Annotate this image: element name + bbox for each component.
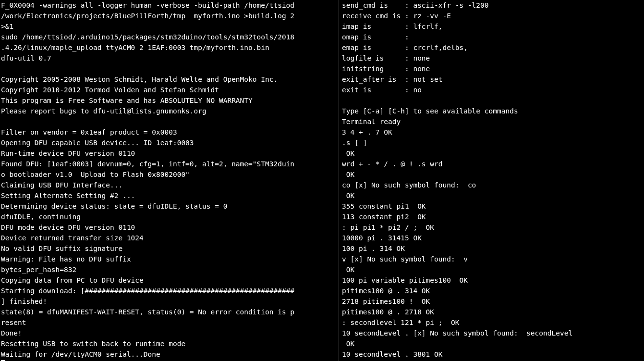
terminal-right-pane[interactable]: send_cmd is : ascii-xfr -s -l200 receive… (339, 0, 644, 361)
terminal-output-right: send_cmd is : ascii-xfr -s -l200 receive… (342, 0, 644, 360)
terminal-output-left: F_0X0004 -warnings all -logger human -ve… (1, 0, 339, 360)
terminal-left-pane[interactable]: F_0X0004 -warnings all -logger human -ve… (0, 0, 339, 361)
